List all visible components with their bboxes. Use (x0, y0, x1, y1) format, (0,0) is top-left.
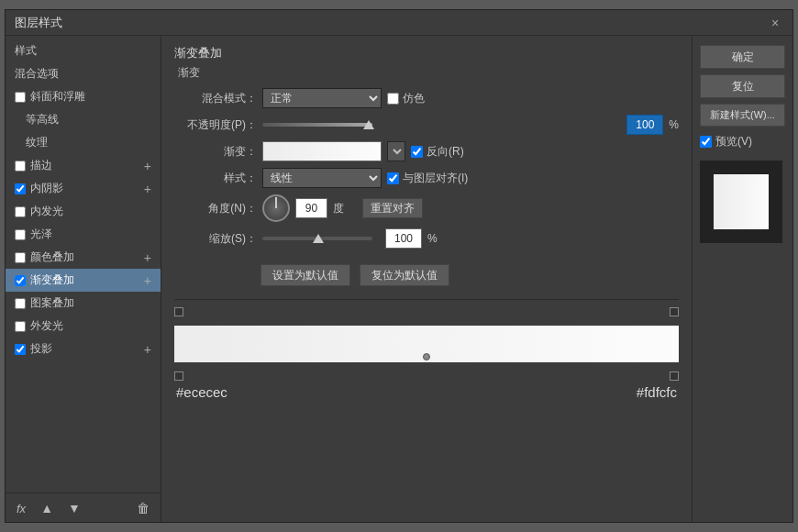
corner-handle-tr[interactable] (670, 307, 679, 316)
move-up-button[interactable]: ▲ (37, 499, 57, 517)
gradient-start-hex: #ececec (176, 384, 227, 400)
reset-button[interactable]: 复位 (700, 74, 785, 98)
gradient-overlay-label: 渐变叠加 (30, 272, 74, 288)
drop-shadow-checkbox[interactable] (15, 344, 26, 355)
corner-handle-br[interactable] (670, 371, 679, 381)
stroke-plus-icon[interactable]: + (144, 159, 151, 173)
opacity-row: 不透明度(P)： 100 % (174, 115, 679, 135)
style-label: 样式： (174, 171, 257, 186)
color-overlay-plus-icon[interactable]: + (144, 250, 151, 265)
set-default-button[interactable]: 设置为默认值 (260, 264, 350, 286)
scale-slider-thumb[interactable] (313, 234, 324, 243)
move-down-button[interactable]: ▼ (64, 499, 84, 517)
trash-icon: 🗑 (137, 501, 150, 515)
texture-label: 纹理 (26, 135, 48, 150)
align-label: 与图层对齐(I) (403, 171, 468, 186)
sidebar-item-drop-shadow[interactable]: 投影 + (6, 338, 161, 360)
style-list: 混合选项 斜面和浮雕 等高线 纹理 描边 + (6, 62, 161, 493)
scale-label: 缩放(S)： (174, 231, 257, 247)
reset-align-button[interactable]: 重置对齐 (362, 198, 423, 218)
gradient-center-dot[interactable] (423, 353, 430, 360)
sidebar-item-stroke[interactable]: 描边 + (6, 154, 161, 177)
sidebar-item-gradient-overlay[interactable]: 渐变叠加 + (6, 269, 161, 292)
scale-input[interactable]: 100 (385, 228, 422, 249)
preview-checkbox-label: 预览(V) (700, 134, 785, 150)
bevel-emboss-checkbox[interactable] (15, 92, 26, 103)
bevel-emboss-label: 斜面和浮雕 (30, 89, 85, 105)
fx-button[interactable]: fx (13, 499, 29, 517)
gradient-select[interactable]: ▼ (387, 141, 405, 161)
sidebar-item-contour[interactable]: 等高线 (6, 108, 161, 131)
angle-input[interactable]: 90 (295, 198, 327, 218)
drop-shadow-plus-icon[interactable]: + (144, 342, 151, 357)
blend-options-label: 混合选项 (15, 66, 59, 82)
reverse-checkbox-label: 反向(R) (411, 144, 464, 160)
inner-shadow-label: 内阴影 (30, 181, 63, 196)
preview-canvas (700, 161, 782, 243)
close-button[interactable]: × (767, 15, 783, 31)
sidebar-item-inner-shadow[interactable]: 内阴影 + (6, 177, 161, 200)
reverse-label: 反向(R) (427, 144, 464, 160)
gradient-label: 渐变： (174, 144, 257, 160)
sidebar-item-satin[interactable]: 光泽 (6, 223, 161, 246)
angle-row: 角度(N)： 90 度 重置对齐 (174, 194, 679, 222)
gradient-overlay-checkbox[interactable] (15, 275, 26, 286)
gradient-row: 渐变： ▼ 反向(R) (174, 141, 679, 161)
angle-label: 角度(N)： (174, 201, 257, 216)
left-panel-footer: fx ▲ ▼ 🗑 (6, 493, 161, 522)
gradient-canvas-area: #ececec #fdfcfc (174, 299, 679, 400)
sidebar-item-bevel-emboss[interactable]: 斜面和浮雕 (6, 85, 161, 108)
delete-button[interactable]: 🗑 (133, 499, 153, 517)
outer-glow-label: 外发光 (30, 318, 63, 334)
gradient-labels: #ececec #fdfcfc (174, 384, 679, 400)
opacity-slider[interactable] (262, 123, 372, 127)
opacity-unit: % (669, 118, 679, 131)
scale-slider[interactable] (262, 237, 372, 240)
outer-glow-checkbox[interactable] (15, 321, 26, 332)
dialog-body: 样式 混合选项 斜面和浮雕 等高线 纹理 (6, 36, 792, 522)
inner-shadow-plus-icon[interactable]: + (144, 182, 151, 196)
sidebar-item-blend-options[interactable]: 混合选项 (6, 62, 161, 85)
sidebar-item-pattern-overlay[interactable]: 图案叠加 (6, 292, 161, 315)
align-checkbox[interactable] (387, 172, 399, 184)
inner-glow-label: 内发光 (30, 204, 63, 219)
angle-unit: 度 (333, 201, 344, 216)
reverse-checkbox[interactable] (411, 146, 423, 158)
style-select[interactable]: 线性 径向 角度 对称 (262, 168, 382, 188)
knob-line-indicator (275, 197, 277, 208)
contour-label: 等高线 (26, 112, 59, 127)
align-checkbox-label: 与图层对齐(I) (387, 171, 468, 186)
styles-header: 样式 (6, 36, 161, 62)
opacity-label: 不透明度(P)： (174, 117, 257, 133)
sidebar-item-inner-glow[interactable]: 内发光 (6, 200, 161, 223)
sidebar-item-color-overlay[interactable]: 颜色叠加 + (6, 246, 161, 269)
title-bar: 图层样式 × (6, 10, 792, 36)
satin-checkbox[interactable] (15, 229, 26, 240)
corner-handle-bl[interactable] (174, 371, 183, 381)
sidebar-item-outer-glow[interactable]: 外发光 (6, 315, 161, 338)
preview-inner (714, 174, 769, 229)
gradient-overlay-plus-icon[interactable]: + (144, 273, 151, 288)
reset-default-button[interactable]: 复位为默认值 (360, 264, 449, 286)
angle-knob[interactable] (262, 194, 290, 222)
scale-row: 缩放(S)： 100 % (174, 228, 679, 249)
blend-mode-select[interactable]: 正常 溶解 正片叠底 滤色 (262, 88, 382, 108)
pattern-overlay-checkbox[interactable] (15, 298, 26, 309)
opacity-input[interactable]: 100 (626, 115, 663, 135)
ok-button[interactable]: 确定 (700, 45, 785, 69)
inner-shadow-checkbox[interactable] (15, 183, 26, 194)
color-overlay-checkbox[interactable] (15, 252, 26, 263)
simulate-checkbox[interactable] (387, 93, 399, 105)
corner-handle-tl[interactable] (174, 307, 183, 316)
pattern-overlay-label: 图案叠加 (30, 295, 74, 311)
fx-icon: fx (17, 502, 26, 515)
gradient-preview-box[interactable] (262, 141, 382, 161)
opacity-slider-thumb[interactable] (363, 120, 374, 129)
sidebar-item-texture[interactable]: 纹理 (6, 131, 161, 154)
inner-glow-checkbox[interactable] (15, 206, 26, 217)
stroke-label: 描边 (30, 158, 52, 173)
new-style-button[interactable]: 新建样式(W)... (700, 104, 785, 127)
preview-checkbox[interactable] (700, 136, 712, 148)
stroke-checkbox[interactable] (15, 161, 26, 172)
bottom-buttons-row: 设置为默认值 复位为默认值 (260, 264, 679, 286)
